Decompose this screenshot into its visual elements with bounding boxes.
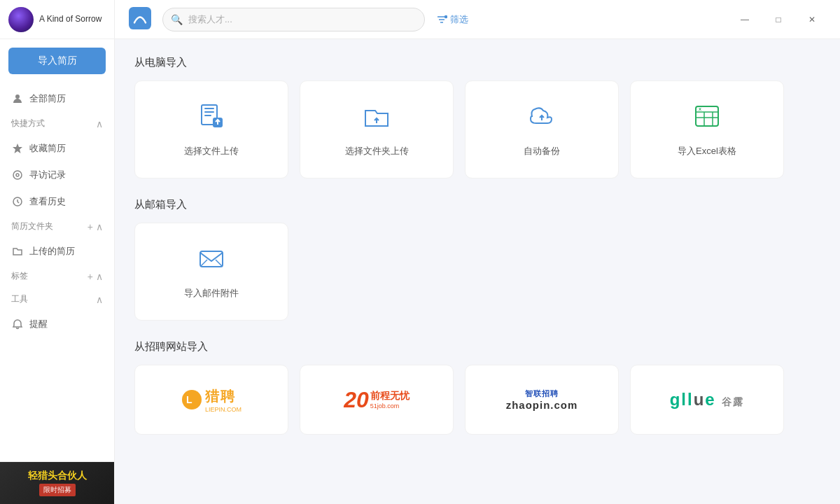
tags-label: 标签 (11, 270, 88, 282)
sidebar-item-uploaded[interactable]: 上传的简历 (0, 238, 114, 265)
svg-rect-12 (204, 111, 214, 113)
svg-point-2 (13, 171, 22, 179)
liepin-cn-text: 猎聘 (205, 387, 241, 406)
logo-card-liepin[interactable]: L 猎聘 LIEPIN.COM (134, 365, 288, 435)
svg-line-25 (200, 260, 207, 267)
maximize-button[interactable]: □ (764, 9, 792, 30)
reminder-label: 提醒 (29, 318, 103, 330)
person-icon (11, 92, 24, 105)
zhaopin-top-text: 智联招聘 (525, 388, 559, 399)
sidebar-item-visit-history[interactable]: 寻访记录 (0, 162, 114, 188)
section3-title: 从招聘网站导入 (134, 340, 820, 354)
folders-label: 简历文件夹 (11, 220, 88, 232)
add-tag-icon[interactable]: + (88, 271, 93, 282)
add-folder-icon[interactable]: + (88, 221, 93, 232)
sidebar-header: A Kind of Sorrow (0, 0, 114, 39)
history-icon (11, 195, 24, 208)
chevron-up-folder-icon: ∧ (96, 221, 103, 232)
promo-sub: 限时招募 (39, 484, 76, 496)
51job-logo: 20 前程无忧 51job.com (344, 387, 410, 413)
gllue-text: gllue 谷露 (670, 390, 745, 409)
favorites-label: 收藏简历 (29, 142, 103, 155)
filter-icon (436, 14, 447, 25)
51job-num: 20 (344, 387, 369, 413)
svg-point-9 (445, 15, 447, 18)
visit-history-label: 寻访记录 (29, 169, 103, 181)
svg-rect-13 (204, 115, 211, 116)
tags-section[interactable]: 标签 + ∧ (0, 265, 114, 288)
visit-icon (11, 169, 24, 181)
import-email-label: 导入邮件附件 (184, 287, 239, 300)
sidebar-item-favorites[interactable]: 收藏简历 (0, 135, 114, 162)
sidebar-item-view-history[interactable]: 查看历史 (0, 188, 114, 215)
upload-folder-icon (363, 102, 391, 136)
zhaopin-main-text: zhaopin.com (506, 399, 578, 411)
app-logo (129, 7, 151, 32)
promo-banner[interactable]: 轻猎头合伙人 限时招募 (0, 462, 114, 504)
svg-rect-11 (204, 108, 214, 109)
filter-button[interactable]: 筛选 (436, 13, 468, 26)
import-excel-label: 导入Excel表格 (678, 145, 736, 158)
chevron-up-icon: ∧ (96, 118, 103, 130)
main-area: 🔍 筛选 — □ ✕ (115, 0, 840, 504)
logo-card-zhaopin[interactable]: 智联招聘 zhaopin.com (465, 365, 619, 435)
uploaded-label: 上传的简历 (29, 245, 103, 258)
card-auto-backup[interactable]: 自动备份 (465, 80, 619, 178)
shortcuts-section[interactable]: 快捷方式 ∧ (0, 112, 114, 135)
sidebar: A Kind of Sorrow 导入简历 全部简历 快捷方式 ∧ (0, 0, 115, 504)
computer-cards-row: 选择文件上传 选择文件夹上传 (134, 80, 820, 178)
sidebar-nav: 全部简历 快捷方式 ∧ 收藏简历 (0, 83, 114, 461)
liepin-icon: L (181, 389, 202, 410)
51job-sub: 51job.com (370, 402, 410, 410)
svg-text:X: X (699, 107, 701, 111)
zhaopin-logo: 智联招聘 zhaopin.com (506, 388, 578, 411)
svg-text:L: L (186, 394, 192, 405)
sidebar-username: A Kind of Sorrow (39, 14, 102, 25)
upload-folder-label: 选择文件夹上传 (345, 145, 409, 158)
liepin-en-text: LIEPIN.COM (205, 406, 241, 413)
logo-card-gllue[interactable]: gllue 谷露 (630, 365, 784, 435)
gllue-logo: gllue 谷露 (670, 390, 745, 410)
section2-title: 从邮箱导入 (134, 198, 820, 211)
svg-rect-24 (200, 251, 223, 267)
recruitment-logos-row: L 猎聘 LIEPIN.COM 20 (134, 365, 820, 435)
sidebar-item-all-resumes[interactable]: 全部简历 (0, 85, 114, 112)
svg-rect-5 (129, 7, 151, 29)
email-cards-row: 导入邮件附件 (134, 223, 820, 321)
topbar: 🔍 筛选 — □ ✕ (115, 0, 840, 39)
chevron-up-tags-icon: ∧ (96, 271, 103, 282)
svg-point-3 (16, 174, 19, 176)
card-import-excel[interactable]: X 导入Excel表格 (630, 80, 784, 178)
minimize-button[interactable]: — (731, 9, 759, 30)
all-resumes-label: 全部简历 (29, 92, 103, 105)
import-email-icon (197, 244, 225, 279)
logo-card-51job[interactable]: 20 前程无忧 51job.com (300, 365, 454, 435)
star-icon (11, 142, 24, 155)
liepin-logo: L 猎聘 LIEPIN.COM (181, 387, 241, 413)
tools-section[interactable]: 工具 ∧ (0, 288, 114, 311)
card-upload-folder[interactable]: 选择文件夹上传 (300, 80, 454, 178)
section1-title: 从电脑导入 (134, 56, 820, 69)
search-input[interactable] (162, 8, 425, 31)
view-history-label: 查看历史 (29, 195, 103, 208)
close-button[interactable]: ✕ (798, 9, 826, 30)
promo-title: 轻猎头合伙人 (28, 470, 87, 482)
svg-line-26 (216, 260, 223, 267)
import-resume-button[interactable]: 导入简历 (8, 48, 106, 74)
shortcuts-label: 快捷方式 (11, 118, 96, 130)
auto-backup-icon (528, 102, 556, 136)
upload-file-label: 选择文件上传 (184, 145, 239, 158)
folders-section[interactable]: 简历文件夹 + ∧ (0, 215, 114, 238)
avatar (8, 7, 34, 32)
window-controls: — □ ✕ (731, 9, 826, 30)
sidebar-item-reminder[interactable]: 提醒 (0, 311, 114, 337)
import-excel-icon: X (693, 102, 721, 136)
card-import-email[interactable]: 导入邮件附件 (134, 223, 288, 321)
folder-icon (11, 245, 24, 258)
search-bar: 🔍 (162, 8, 425, 31)
sidebar-bottom: 轻猎头合伙人 限时招募 (0, 461, 114, 504)
search-icon: 🔍 (171, 14, 183, 25)
svg-point-0 (15, 94, 20, 99)
card-upload-file[interactable]: 选择文件上传 (134, 80, 288, 178)
auto-backup-label: 自动备份 (524, 145, 560, 158)
